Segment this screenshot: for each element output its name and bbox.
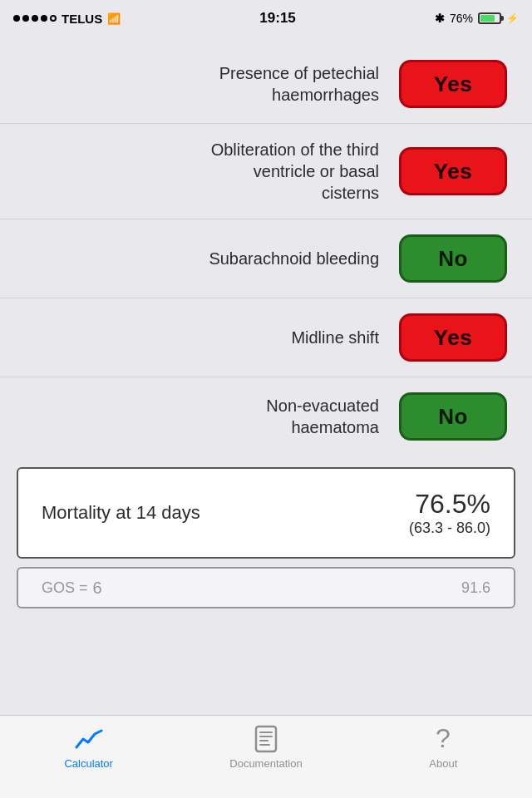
battery-fill — [480, 15, 495, 22]
third-ventricle-label: Obliteration of the thirdventricle or ba… — [25, 139, 379, 204]
signal-dot-1 — [13, 15, 20, 22]
non-evacuated-haematoma-button[interactable]: No — [399, 392, 507, 441]
result-mortality-pct: 76.5% — [409, 489, 490, 520]
result-mortality-label: Mortality at 14 days — [42, 502, 200, 524]
time-display: 19:15 — [259, 10, 295, 27]
status-bar: TELUS 📶 19:15 ✱ 76% ⚡ — [0, 0, 532, 37]
signal-dot-5 — [50, 15, 57, 22]
third-ventricle-button[interactable]: Yes — [399, 147, 507, 195]
gos-label: GOS = — [42, 579, 88, 597]
svg-rect-0 — [256, 727, 276, 751]
carrier-label: TELUS — [62, 12, 102, 26]
battery-percentage: 76% — [450, 12, 473, 25]
calculator-tab-icon — [75, 724, 103, 754]
subarachnoid-bleeding-label: Subarachnoid bleeding — [25, 248, 379, 269]
result-box-mortality: Mortality at 14 days 76.5% (63.3 - 86.0) — [17, 467, 515, 559]
tab-documentation[interactable]: Documentation — [177, 724, 354, 770]
signal-dot-2 — [22, 15, 29, 22]
battery-icon — [478, 12, 501, 24]
petechial-haemorrhages-label: Presence of petechialhaemorrhages — [25, 62, 379, 106]
documentation-tab-icon — [254, 724, 278, 754]
gos-sub-value: 91.6 — [461, 579, 490, 596]
tab-bar: Calculator Documentation ? About — [0, 715, 532, 798]
result-mortality-value: 76.5% (63.3 - 86.0) — [409, 489, 490, 537]
rows-container: Presence of petechialhaemorrhages Yes Ob… — [0, 45, 532, 456]
status-right: ✱ 76% ⚡ — [435, 12, 519, 25]
row-midline-shift: Midline shift Yes — [0, 298, 532, 377]
about-tab-icon: ? — [430, 724, 456, 754]
status-left: TELUS 📶 — [13, 12, 121, 26]
row-petechial-haemorrhages: Presence of petechialhaemorrhages Yes — [0, 45, 532, 124]
row-non-evacuated-haematoma: Non-evacuatedhaematoma No — [0, 377, 532, 456]
midline-shift-label: Midline shift — [25, 327, 379, 348]
subarachnoid-bleeding-button[interactable]: No — [399, 234, 507, 283]
signal-dot-3 — [32, 15, 38, 22]
result-box-gos: GOS = 6 91.6 — [17, 567, 515, 608]
calculator-tab-label: Calculator — [64, 757, 113, 770]
row-subarachnoid-bleeding: Subarachnoid bleeding No — [0, 219, 532, 298]
signal-dot-4 — [41, 15, 47, 22]
petechial-haemorrhages-button[interactable]: Yes — [399, 60, 507, 108]
charging-icon: ⚡ — [506, 12, 519, 24]
non-evacuated-haematoma-label: Non-evacuatedhaematoma — [25, 395, 379, 438]
gos-value: 6 — [93, 579, 102, 598]
result-mortality-range: (63.3 - 86.0) — [409, 520, 490, 537]
wifi-icon: 📶 — [107, 12, 121, 25]
midline-shift-button[interactable]: Yes — [399, 313, 507, 362]
row-third-ventricle: Obliteration of the thirdventricle or ba… — [0, 124, 532, 219]
signal-dots — [13, 15, 57, 22]
svg-text:?: ? — [436, 726, 451, 752]
tab-about[interactable]: ? About — [355, 724, 532, 770]
about-tab-label: About — [429, 757, 457, 770]
documentation-tab-label: Documentation — [229, 757, 302, 770]
bluetooth-icon: ✱ — [435, 12, 445, 25]
tab-calculator[interactable]: Calculator — [0, 724, 177, 770]
main-content: Presence of petechialhaemorrhages Yes Ob… — [0, 37, 532, 608]
